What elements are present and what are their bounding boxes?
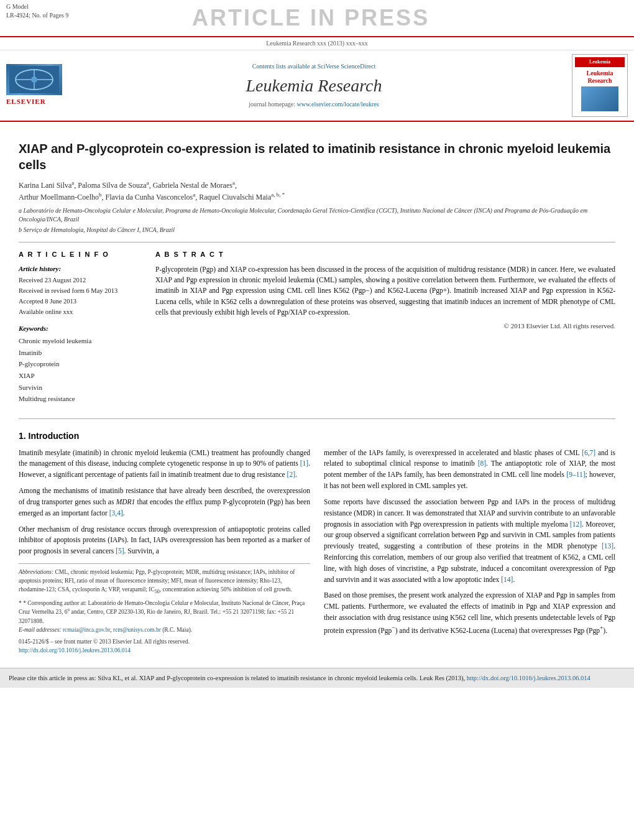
logo-top-text: Leukemia [589,59,610,65]
main-content: XIAP and P-glycoprotein co-expression is… [0,122,634,662]
email-link-1[interactable]: rcmaia@inca.gov.br [63,627,110,633]
keyword-6: Multidrug resistance [19,393,143,405]
article-info-label: A R T I C L E I N F O [19,250,143,259]
homepage-label: journal homepage: [249,101,295,108]
intro-para3: Other mechanism of drug resistance occur… [19,524,310,557]
intro-para1: Imatinib mesylate (imatinib) in chronic … [19,448,310,481]
journal-name: Leukemia Research [62,73,566,98]
footnote-corresponding: * * Corresponding author at: Laboratório… [19,599,310,625]
abbreviations-text: CML, chronic myeloid leukemia; Pgp, P-gl… [19,569,295,593]
divider-2 [19,418,615,419]
affiliation-a: a Laboratório de Hemato-Oncologia Celula… [19,206,615,224]
keyword-2: Imatinib [19,347,143,359]
gmodel-info: G Model LR-4924; No. of Pages 9 [6,2,68,20]
accepted: Accepted 8 June 2013 [19,297,143,307]
license-text: 0145-2126/$ – see front matter © 2013 El… [19,639,190,645]
bottom-bar: Please cite this article in press as: Si… [0,668,634,688]
elsevier-image [6,64,62,95]
available: Available online xxx [19,307,143,318]
email-label: E-mail addresses: [19,627,62,633]
homepage-line: journal homepage: www.elsevier.com/locat… [62,100,566,109]
footnote-abbreviations: Abbreviations: CML, chronic myeloid leuk… [19,568,310,596]
sciverse-label: Contents lists available at [252,63,316,70]
doi-line: Leukemia Research xxx (2013) xxx–xxx [0,37,634,50]
logo-journal-title: Leukemia Research [587,70,613,85]
doi-link[interactable]: http://dx.doi.org/10.1016/j.leukres.2013… [19,647,131,653]
abstract-text: P-glycoprotein (Pgp) and XIAP co-express… [155,264,615,318]
bottom-bar-doi[interactable]: http://dx.doi.org/10.1016/j.leukres.2013… [467,675,590,681]
logo-title-research: Research [587,77,612,84]
article-info-col: A R T I C L E I N F O Article history: R… [19,250,143,411]
elsevier-logo: ELSEVIER [6,64,62,106]
keyword-5: Survivin [19,382,143,394]
journal-header: ELSEVIER Contents lists available at Sci… [0,50,634,121]
keyword-4: XIAP [19,370,143,382]
page-wrapper: G Model LR-4924; No. of Pages 9 ARTICLE … [0,0,634,688]
abstract-label: A B S T R A C T [155,250,615,259]
article-title: XIAP and P-glycoprotein co-expression is… [19,141,615,173]
corresponding-label: * Corresponding author at: [23,600,86,606]
article-in-press-banner: ARTICLE IN PRESS [68,2,553,34]
introduction-heading: 1. Introduction [19,430,615,443]
affiliation-b: b Serviço de Hematologia, Hospital do Câ… [19,226,615,234]
received1: Received 23 August 2012 [19,275,143,286]
keywords-label: Keywords: [19,324,143,333]
abbreviations-label: Abbreviations: [19,569,53,575]
logo-title-leukemia: Leukemia [587,70,613,76]
footnote-license: 0145-2126/$ – see front matter © 2013 El… [19,637,310,646]
abstract-col: A B S T R A C T P-glycoprotein (Pgp) and… [155,250,615,411]
authors: Karina Lani Silvaa, Paloma Silva de Souz… [19,179,615,203]
homepage-link[interactable]: www.elsevier.com/locate/leukres [297,101,379,108]
top-header: G Model LR-4924; No. of Pages 9 ARTICLE … [0,0,634,37]
info-abstract-section: A R T I C L E I N F O Article history: R… [19,250,615,411]
footnote-doi: http://dx.doi.org/10.1016/j.leukres.2013… [19,646,310,655]
intro-right-para2: Some reports have discussed the associat… [324,497,615,586]
journal-logo-header: Leukemia [575,57,625,67]
intro-para2: Among the mechanisms of imatinib resista… [19,486,310,519]
intro-right-para1: member of the IAPs family, is overexpres… [324,448,615,492]
article-history: Article history: Received 23 August 2012… [19,264,143,318]
journal-logo-body: Leukemia Research [575,67,625,114]
bottom-bar-text: Please cite this article in press as: Si… [9,675,465,681]
received2: Received in revised form 6 May 2013 [19,286,143,297]
journal-logo-box: Leukemia Leukemia Research [572,54,628,116]
doi-text: Leukemia Research xxx (2013) xxx–xxx [266,40,367,47]
keywords-section: Keywords: Chronic myeloid leukemia Imati… [19,324,143,405]
sciverse-line: Contents lists available at SciVerse Sci… [62,62,566,71]
email-link-2[interactable]: rcm@unisys.com.br [113,627,161,633]
gmodel-label: G Model [6,2,68,11]
elsevier-wordmark: ELSEVIER [6,97,46,106]
svg-point-4 [31,76,37,83]
footnote-email: E-mail addresses: rcmaia@inca.gov.br, rc… [19,625,310,634]
intro-right-col: member of the IAPs family, is overexpres… [324,448,615,655]
introduction-body: Imatinib mesylate (imatinib) in chronic … [19,448,615,655]
history-label: Article history: [19,264,143,274]
email-person: (R.C. Maia). [162,627,192,633]
journal-center: Contents lists available at SciVerse Sci… [62,62,566,109]
logo-image [581,86,618,111]
lr-number: LR-4924; No. of Pages 9 [6,11,68,20]
intro-right-para3: Based on those premises, the present wor… [324,590,615,636]
keyword-3: P-glycoprotein [19,358,143,370]
footnotes: Abbreviations: CML, chronic myeloid leuk… [19,563,310,655]
intro-left-col: Imatinib mesylate (imatinib) in chronic … [19,448,310,655]
divider-1 [19,242,615,242]
sciverse-link[interactable]: SciVerse ScienceDirect [318,63,376,70]
abstract-copyright: © 2013 Elsevier Ltd. All rights reserved… [155,321,615,331]
keyword-1: Chronic myeloid leukemia [19,335,143,347]
